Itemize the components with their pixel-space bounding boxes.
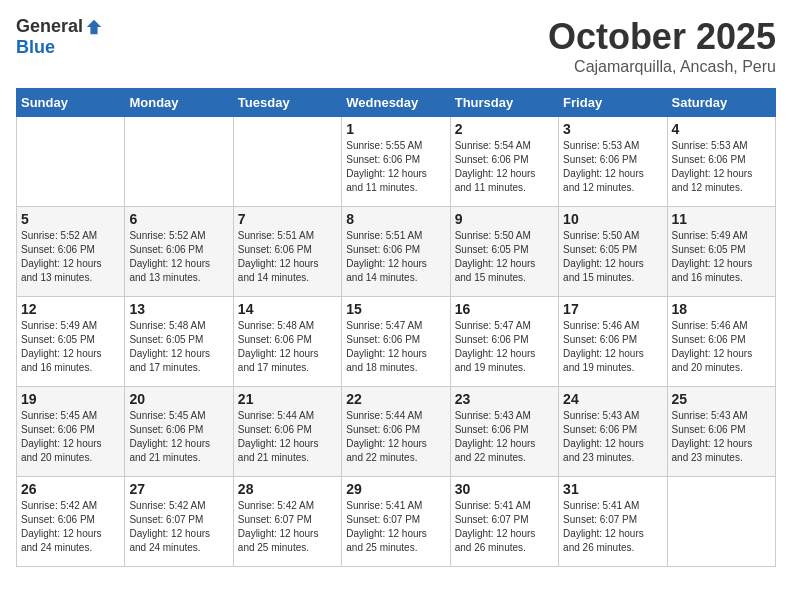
logo-blue-text: Blue [16, 37, 55, 58]
day-number: 3 [563, 121, 662, 137]
column-header-thursday: Thursday [450, 89, 558, 117]
calendar-cell: 30Sunrise: 5:41 AM Sunset: 6:07 PM Dayli… [450, 477, 558, 567]
day-number: 25 [672, 391, 771, 407]
day-info: Sunrise: 5:43 AM Sunset: 6:06 PM Dayligh… [455, 409, 554, 465]
calendar-cell: 14Sunrise: 5:48 AM Sunset: 6:06 PM Dayli… [233, 297, 341, 387]
day-info: Sunrise: 5:53 AM Sunset: 6:06 PM Dayligh… [672, 139, 771, 195]
calendar-cell: 13Sunrise: 5:48 AM Sunset: 6:05 PM Dayli… [125, 297, 233, 387]
calendar-cell: 2Sunrise: 5:54 AM Sunset: 6:06 PM Daylig… [450, 117, 558, 207]
calendar-cell: 16Sunrise: 5:47 AM Sunset: 6:06 PM Dayli… [450, 297, 558, 387]
day-number: 2 [455, 121, 554, 137]
day-number: 12 [21, 301, 120, 317]
calendar-cell: 24Sunrise: 5:43 AM Sunset: 6:06 PM Dayli… [559, 387, 667, 477]
calendar-cell [667, 477, 775, 567]
calendar-cell: 7Sunrise: 5:51 AM Sunset: 6:06 PM Daylig… [233, 207, 341, 297]
title-area: October 2025 Cajamarquilla, Ancash, Peru [548, 16, 776, 76]
day-info: Sunrise: 5:43 AM Sunset: 6:06 PM Dayligh… [563, 409, 662, 465]
day-info: Sunrise: 5:44 AM Sunset: 6:06 PM Dayligh… [238, 409, 337, 465]
day-number: 22 [346, 391, 445, 407]
day-number: 1 [346, 121, 445, 137]
day-number: 20 [129, 391, 228, 407]
day-info: Sunrise: 5:50 AM Sunset: 6:05 PM Dayligh… [455, 229, 554, 285]
day-number: 14 [238, 301, 337, 317]
day-number: 15 [346, 301, 445, 317]
day-info: Sunrise: 5:41 AM Sunset: 6:07 PM Dayligh… [455, 499, 554, 555]
calendar-cell: 22Sunrise: 5:44 AM Sunset: 6:06 PM Dayli… [342, 387, 450, 477]
day-number: 24 [563, 391, 662, 407]
calendar-cell: 18Sunrise: 5:46 AM Sunset: 6:06 PM Dayli… [667, 297, 775, 387]
logo-general-text: General [16, 16, 83, 37]
day-number: 6 [129, 211, 228, 227]
calendar-cell [233, 117, 341, 207]
calendar-cell: 3Sunrise: 5:53 AM Sunset: 6:06 PM Daylig… [559, 117, 667, 207]
day-number: 4 [672, 121, 771, 137]
calendar-week-row: 5Sunrise: 5:52 AM Sunset: 6:06 PM Daylig… [17, 207, 776, 297]
calendar-week-row: 19Sunrise: 5:45 AM Sunset: 6:06 PM Dayli… [17, 387, 776, 477]
calendar-cell: 5Sunrise: 5:52 AM Sunset: 6:06 PM Daylig… [17, 207, 125, 297]
calendar-cell: 28Sunrise: 5:42 AM Sunset: 6:07 PM Dayli… [233, 477, 341, 567]
day-info: Sunrise: 5:51 AM Sunset: 6:06 PM Dayligh… [238, 229, 337, 285]
day-number: 8 [346, 211, 445, 227]
month-title: October 2025 [548, 16, 776, 58]
column-header-saturday: Saturday [667, 89, 775, 117]
logo-icon [85, 18, 103, 36]
day-info: Sunrise: 5:42 AM Sunset: 6:07 PM Dayligh… [238, 499, 337, 555]
day-info: Sunrise: 5:49 AM Sunset: 6:05 PM Dayligh… [21, 319, 120, 375]
day-info: Sunrise: 5:54 AM Sunset: 6:06 PM Dayligh… [455, 139, 554, 195]
calendar-cell: 15Sunrise: 5:47 AM Sunset: 6:06 PM Dayli… [342, 297, 450, 387]
column-header-sunday: Sunday [17, 89, 125, 117]
day-number: 17 [563, 301, 662, 317]
day-info: Sunrise: 5:52 AM Sunset: 6:06 PM Dayligh… [21, 229, 120, 285]
day-number: 23 [455, 391, 554, 407]
day-info: Sunrise: 5:42 AM Sunset: 6:07 PM Dayligh… [129, 499, 228, 555]
column-header-friday: Friday [559, 89, 667, 117]
column-header-wednesday: Wednesday [342, 89, 450, 117]
day-info: Sunrise: 5:42 AM Sunset: 6:06 PM Dayligh… [21, 499, 120, 555]
day-number: 16 [455, 301, 554, 317]
calendar-cell: 27Sunrise: 5:42 AM Sunset: 6:07 PM Dayli… [125, 477, 233, 567]
day-info: Sunrise: 5:45 AM Sunset: 6:06 PM Dayligh… [129, 409, 228, 465]
calendar-cell: 26Sunrise: 5:42 AM Sunset: 6:06 PM Dayli… [17, 477, 125, 567]
day-info: Sunrise: 5:51 AM Sunset: 6:06 PM Dayligh… [346, 229, 445, 285]
day-number: 30 [455, 481, 554, 497]
day-info: Sunrise: 5:45 AM Sunset: 6:06 PM Dayligh… [21, 409, 120, 465]
day-info: Sunrise: 5:53 AM Sunset: 6:06 PM Dayligh… [563, 139, 662, 195]
calendar-cell: 23Sunrise: 5:43 AM Sunset: 6:06 PM Dayli… [450, 387, 558, 477]
calendar-cell: 11Sunrise: 5:49 AM Sunset: 6:05 PM Dayli… [667, 207, 775, 297]
day-info: Sunrise: 5:55 AM Sunset: 6:06 PM Dayligh… [346, 139, 445, 195]
day-info: Sunrise: 5:46 AM Sunset: 6:06 PM Dayligh… [672, 319, 771, 375]
page-header: General Blue October 2025 Cajamarquilla,… [16, 16, 776, 76]
calendar-cell: 25Sunrise: 5:43 AM Sunset: 6:06 PM Dayli… [667, 387, 775, 477]
calendar-cell: 29Sunrise: 5:41 AM Sunset: 6:07 PM Dayli… [342, 477, 450, 567]
column-header-tuesday: Tuesday [233, 89, 341, 117]
day-info: Sunrise: 5:52 AM Sunset: 6:06 PM Dayligh… [129, 229, 228, 285]
day-number: 13 [129, 301, 228, 317]
day-info: Sunrise: 5:47 AM Sunset: 6:06 PM Dayligh… [455, 319, 554, 375]
calendar-cell: 17Sunrise: 5:46 AM Sunset: 6:06 PM Dayli… [559, 297, 667, 387]
day-number: 31 [563, 481, 662, 497]
day-info: Sunrise: 5:44 AM Sunset: 6:06 PM Dayligh… [346, 409, 445, 465]
day-number: 19 [21, 391, 120, 407]
day-number: 29 [346, 481, 445, 497]
day-number: 7 [238, 211, 337, 227]
day-info: Sunrise: 5:48 AM Sunset: 6:05 PM Dayligh… [129, 319, 228, 375]
calendar-cell: 1Sunrise: 5:55 AM Sunset: 6:06 PM Daylig… [342, 117, 450, 207]
calendar-cell: 19Sunrise: 5:45 AM Sunset: 6:06 PM Dayli… [17, 387, 125, 477]
day-number: 26 [21, 481, 120, 497]
day-number: 5 [21, 211, 120, 227]
calendar-cell: 9Sunrise: 5:50 AM Sunset: 6:05 PM Daylig… [450, 207, 558, 297]
day-info: Sunrise: 5:49 AM Sunset: 6:05 PM Dayligh… [672, 229, 771, 285]
day-number: 18 [672, 301, 771, 317]
day-info: Sunrise: 5:41 AM Sunset: 6:07 PM Dayligh… [563, 499, 662, 555]
day-info: Sunrise: 5:43 AM Sunset: 6:06 PM Dayligh… [672, 409, 771, 465]
day-number: 10 [563, 211, 662, 227]
day-number: 11 [672, 211, 771, 227]
day-number: 28 [238, 481, 337, 497]
day-number: 21 [238, 391, 337, 407]
day-info: Sunrise: 5:47 AM Sunset: 6:06 PM Dayligh… [346, 319, 445, 375]
day-info: Sunrise: 5:50 AM Sunset: 6:05 PM Dayligh… [563, 229, 662, 285]
day-info: Sunrise: 5:41 AM Sunset: 6:07 PM Dayligh… [346, 499, 445, 555]
calendar-cell: 8Sunrise: 5:51 AM Sunset: 6:06 PM Daylig… [342, 207, 450, 297]
calendar-week-row: 1Sunrise: 5:55 AM Sunset: 6:06 PM Daylig… [17, 117, 776, 207]
calendar-header-row: SundayMondayTuesdayWednesdayThursdayFrid… [17, 89, 776, 117]
